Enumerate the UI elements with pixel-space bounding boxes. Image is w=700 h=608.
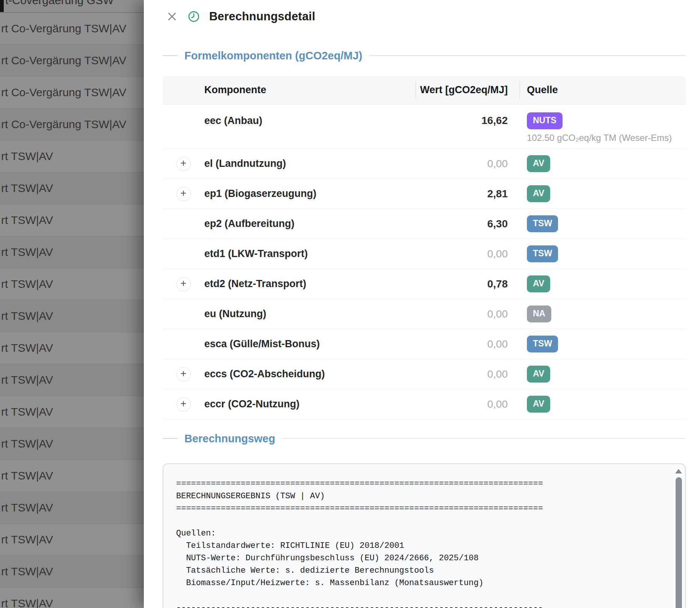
expand-button[interactable]: + <box>177 367 191 381</box>
list-item-label: rt TSW|AV <box>1 182 53 195</box>
list-item: rt TSW|AV <box>0 268 144 300</box>
table-row: + el (Landnutzung) 0,00 AV <box>163 149 686 179</box>
expand-button[interactable]: + <box>177 157 191 171</box>
close-button[interactable] <box>166 10 178 23</box>
components-table: Komponente Wert [gCO2eq/MJ] Quelle eec (… <box>163 76 686 419</box>
list-item-label: rt TSW|AV <box>1 437 53 450</box>
list-item-label: rt Co-Vergärung TSW|AV <box>1 86 126 99</box>
list-item-label: rt Co-Vergärung TSW|AV <box>1 54 126 67</box>
component-value: 16,62 <box>418 112 508 127</box>
component-value: 0,00 <box>418 308 508 320</box>
column-separator <box>519 81 520 99</box>
source-note: 102.50 gCO₂eq/kg TM (Weser-Ems) <box>527 133 686 143</box>
heading-rule <box>282 438 686 439</box>
modal-header: Berechnungsdetail <box>166 10 315 23</box>
source-cell: NUTS 102.50 gCO₂eq/kg TM (Weser-Ems) <box>527 112 686 143</box>
list-item: rt Co-Vergärung TSW|AV <box>0 109 144 141</box>
list-item-label: rt TSW|AV <box>1 246 53 259</box>
scroll-up-icon[interactable] <box>675 469 682 473</box>
source-badge: NA <box>527 306 551 322</box>
list-item-label: rt TSW|AV <box>1 310 53 322</box>
list-item: rt TSW|AV <box>0 141 144 172</box>
list-item-label: rt TSW|AV <box>1 374 53 386</box>
section-title-formula: Formelkomponenten (gCO2eq/MJ) <box>184 50 362 62</box>
list-item: rt TSW|AV <box>0 364 144 396</box>
expand-button[interactable]: + <box>177 277 191 291</box>
source-badge: TSW <box>527 336 558 352</box>
list-item-label: rt TSW|AV <box>1 597 53 608</box>
list-item-label: rt TSW|AV <box>1 533 53 546</box>
component-value: 0,00 <box>418 158 508 170</box>
table-row: + eccs (CO2-Abscheidung) 0,00 AV <box>163 359 686 389</box>
table-row: + eccr (CO2-Nutzung) 0,00 AV <box>163 389 686 419</box>
source-cell: TSW <box>527 336 686 352</box>
expander-cell: + <box>163 157 204 171</box>
table-row: + ep1 (Biogaserzeugung) 2,81 AV <box>163 179 686 209</box>
table-row: + etd2 (Netz-Transport) 0,78 AV <box>163 269 686 299</box>
list-item: rt TSW|AV <box>0 524 144 556</box>
source-cell: AV <box>527 155 686 172</box>
component-label: eu (Nutzung) <box>204 308 418 320</box>
heading-dash <box>163 55 178 56</box>
expander-cell: + <box>163 187 204 201</box>
component-label: etd2 (Netz-Transport) <box>204 278 418 290</box>
expand-button[interactable]: + <box>177 397 191 411</box>
list-item-label: rt TSW|AV <box>1 278 53 290</box>
component-label: eccr (CO2-Nutzung) <box>204 398 418 410</box>
list-item: rt TSW|AV <box>0 236 144 268</box>
table-row: eu (Nutzung) 0,00 NA <box>163 299 686 329</box>
list-item-label: rt TSW|AV <box>1 342 53 354</box>
component-label: ep2 (Aufbereitung) <box>204 218 418 230</box>
source-cell: NA <box>527 306 686 322</box>
list-item: rt Co-Vergärung TSW|AV <box>0 77 144 109</box>
source-badge: AV <box>527 275 550 292</box>
list-item-label: rt TSW|AV <box>1 469 53 482</box>
component-value: 0,00 <box>418 398 508 410</box>
section-heading-formula: Formelkomponenten (gCO2eq/MJ) <box>163 49 686 62</box>
table-row: etd1 (LKW-Transport) 0,00 TSW <box>163 239 686 269</box>
table-row: ep2 (Aufbereitung) 6,30 TSW <box>163 209 686 239</box>
code-scrollbar[interactable] <box>674 466 683 608</box>
source-badge: AV <box>527 185 550 202</box>
calculation-detail-modal: Berechnungsdetail Formelkomponenten (gCO… <box>144 0 700 608</box>
column-header-source: Quelle <box>527 84 558 96</box>
list-item: rt TSW|AV <box>0 396 144 428</box>
history-clock-icon <box>187 10 200 23</box>
list-item-label: t-Covergaerung GSW <box>5 0 113 7</box>
scrollbar-thumb[interactable] <box>676 477 682 608</box>
heading-rule <box>369 55 686 56</box>
list-item: rt TSW|AV <box>0 428 144 460</box>
list-item: rt TSW|AV <box>0 492 144 524</box>
expander-cell: + <box>163 367 204 381</box>
expand-button[interactable]: + <box>177 187 191 201</box>
expander-cell: + <box>163 397 204 411</box>
component-value: 2,81 <box>418 188 508 200</box>
component-value: 0,00 <box>418 368 508 380</box>
expander-cell: + <box>163 277 204 291</box>
source-badge: TSW <box>527 215 558 232</box>
calculation-log: ========================================… <box>163 463 686 608</box>
table-row: esca (Gülle/Mist-Bonus) 0,00 TSW <box>163 329 686 359</box>
component-value: 0,00 <box>418 248 508 260</box>
source-badge: NUTS <box>527 112 563 129</box>
list-item: rt TSW|AV <box>0 460 144 492</box>
list-item-label: rt TSW|AV <box>1 501 53 514</box>
column-header-value: Wert [gCO2eq/MJ] <box>418 84 508 96</box>
source-badge: AV <box>527 366 550 383</box>
source-cell: AV <box>527 185 686 202</box>
list-item: rt TSW|AV <box>0 172 144 204</box>
table-header-row: Komponente Wert [gCO2eq/MJ] Quelle <box>163 76 686 104</box>
source-cell: TSW <box>527 245 686 262</box>
list-item: rt Co-Vergärung TSW|AV <box>0 45 144 77</box>
list-item-label: rt Co-Vergärung TSW|AV <box>1 118 126 131</box>
list-item: rt Co-Vergärung TSW|AV <box>0 13 144 45</box>
list-item-label: rt TSW|AV <box>1 150 53 163</box>
list-item: rt TSW|AV <box>0 332 144 364</box>
source-cell: TSW <box>527 215 686 232</box>
column-separator <box>415 81 416 99</box>
component-value: 0,78 <box>418 278 508 290</box>
component-value: 0,00 <box>418 338 508 350</box>
heading-dash <box>163 438 178 439</box>
source-cell: AV <box>527 396 686 413</box>
background-list: t-Covergaerung GSW rt Co-Vergärung TSW|A… <box>0 0 144 608</box>
